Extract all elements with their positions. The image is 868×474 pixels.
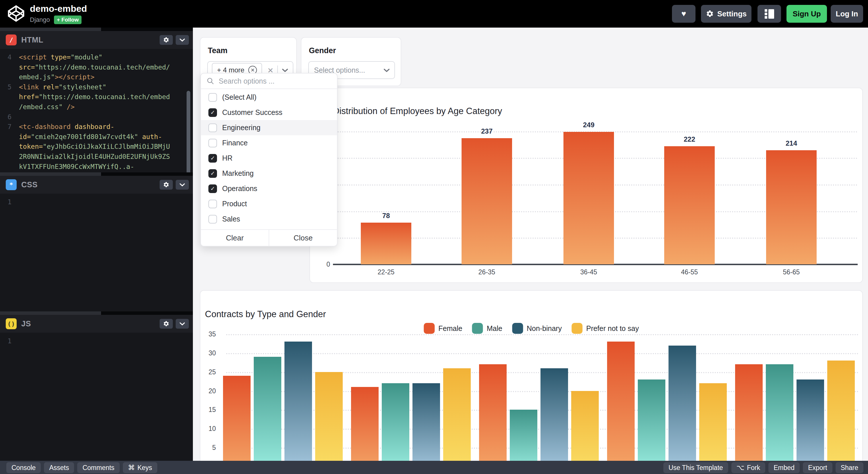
panel-resizer[interactable] [0,172,193,176]
panel-resizer[interactable] [0,28,193,31]
code-text: 2R0NNIiwia2lkIjoidlE4UHZud0E2UFNjUk9ZS [11,152,170,162]
code-text: /embed.css" /> [11,102,74,112]
love-button[interactable]: ♥ [672,5,695,23]
change-view-button[interactable] [757,5,781,23]
dropdown-option[interactable]: Engineering [201,120,337,135]
team-options-dropdown: (Select All)✓Customer SuccessEngineering… [200,73,338,246]
bar-prefer-not-to-say [699,383,727,474]
code-text: <link rel="stylesheet" [11,82,106,92]
chevron-down-icon[interactable] [282,68,288,72]
embed-button[interactable]: Embed [768,462,800,473]
bar-male [254,357,281,474]
button-label: Embed [774,464,795,472]
dropdown-option[interactable]: (Select All) [201,90,337,105]
option-checkbox[interactable] [208,93,217,102]
line-number [0,92,11,102]
option-label: Finance [222,139,248,147]
codepen-app: demo-embed Django + Follow ♥ Settings Si… [0,0,868,474]
dropdown-option[interactable]: Product [201,196,337,211]
code-line: id="cmieh2qe7001fd801w7cvdt4k" auth- [0,132,193,142]
bar-male [766,364,794,474]
fork-button[interactable]: ⌥Fork [732,462,766,473]
line-number [0,72,11,82]
bar-female [223,376,251,474]
bar-female [607,342,634,474]
bottom-bar-left: ConsoleAssetsComments⌘Keys [6,462,157,473]
y-axis-label: 20 [203,387,216,395]
html-panel-label: HTML [21,36,43,45]
js-panel-icon: () [6,318,17,329]
code-text: kV1TXFFUnE3M09CcWxMTWYifQ..a- [11,162,134,172]
option-checkbox[interactable] [208,215,217,224]
code-text: <tc-dashboard dashboard- [11,122,114,132]
gear-icon [163,182,169,188]
html-settings-button[interactable] [160,35,173,45]
dropdown-option[interactable]: ✓Marketing [201,166,337,181]
dropdown-clear-button[interactable]: Clear [201,230,269,246]
dropdown-option[interactable]: ✓HR [201,151,337,166]
bar-value-label: 78 [361,212,411,220]
dropdown-footer: Clear Close [201,229,337,246]
keys-button[interactable]: ⌘Keys [123,462,157,473]
comments-button[interactable]: Comments [77,462,119,473]
html-editor[interactable]: 4<script type="module"src="https://demo.… [0,49,193,172]
use-this-template-button[interactable]: Use This Template [663,462,728,473]
dropdown-option[interactable]: Finance [201,135,337,151]
team-filter-label: Team [208,46,228,55]
x-axis-label: 26-35 [462,268,512,276]
gear-icon [163,37,169,43]
panel-resizer[interactable] [0,312,193,315]
line-number [0,132,11,142]
chevron-down-icon [179,322,185,325]
bar-46-55 [664,146,715,264]
dropdown-search-input[interactable] [218,77,329,86]
js-collapse-button[interactable] [176,319,189,329]
console-button[interactable]: Console [6,462,41,473]
js-editor[interactable]: 1 [0,333,193,461]
login-button[interactable]: Log In [831,5,863,23]
settings-button[interactable]: Settings [701,5,751,23]
css-panel-icon: * [6,179,17,190]
signup-button[interactable]: Sign Up [786,5,827,23]
dropdown-options-list: (Select All)✓Customer SuccessEngineering… [201,90,337,227]
y-axis-label: 10 [203,424,216,433]
option-checkbox[interactable] [208,200,217,208]
export-button[interactable]: Export [803,462,832,473]
gridline [226,334,859,335]
codepen-logo-icon[interactable] [7,4,25,23]
chevron-down-icon[interactable] [383,68,390,72]
layout-columns-icon [765,9,774,19]
option-checkbox[interactable]: ✓ [208,169,217,178]
code-text [11,112,19,122]
line-number [0,152,11,162]
option-checkbox[interactable]: ✓ [208,154,217,162]
option-checkbox[interactable] [208,123,217,132]
line-number: 4 [0,52,11,62]
dropdown-option[interactable]: ✓Customer Success [201,105,337,120]
pen-author[interactable]: Django [30,16,50,24]
bar-prefer-not-to-say [827,360,855,474]
share-button[interactable]: Share [836,462,863,473]
html-code: 4<script type="module"src="https://demo.… [0,49,193,182]
option-checkbox[interactable]: ✓ [208,184,217,193]
follow-button[interactable]: + Follow [54,16,82,24]
code-text: <script type="module" [11,52,102,62]
gender-filter-label: Gender [309,46,336,55]
css-panel-label: CSS [21,180,38,189]
dropdown-close-button[interactable]: Close [269,230,337,246]
css-collapse-button[interactable] [176,180,189,189]
dropdown-option[interactable]: ✓Operations [201,181,337,196]
y-axis-label: 5 [203,444,216,452]
option-checkbox[interactable]: ✓ [208,108,217,117]
dropdown-option[interactable]: Sales [201,211,337,227]
js-settings-button[interactable] [160,319,173,329]
y-axis-label: 35 [203,330,216,338]
css-settings-button[interactable] [160,180,173,189]
bar-non-binary [797,380,824,474]
code-line: 4<script type="module" [0,52,193,62]
bar-56-65 [766,150,817,264]
option-checkbox[interactable] [208,139,217,147]
assets-button[interactable]: Assets [44,462,74,473]
css-editor[interactable]: 1 [0,194,193,312]
html-collapse-button[interactable] [176,35,189,45]
